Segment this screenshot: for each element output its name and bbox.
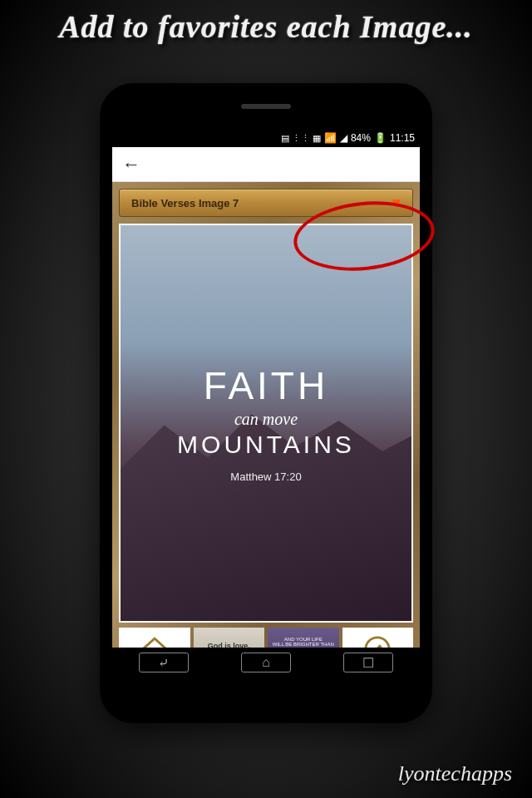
- nav-recent-button[interactable]: ☐: [343, 653, 393, 672]
- clock: 11:15: [390, 132, 415, 144]
- verse-line-mountains: MOUNTAINS: [177, 431, 355, 459]
- verse-line-canmove: can move: [177, 410, 355, 429]
- phone-frame: ▤ ⋮⋮ ▦ 📶 ◢ 84% 🔋 11:15 ← Bible Verses Im…: [100, 83, 432, 723]
- signal-icon: ◢: [340, 132, 347, 144]
- back-button[interactable]: ←: [122, 154, 140, 175]
- content-panel: Bible Verses Image 7 ♥ FAITH can move MO…: [112, 182, 420, 677]
- phone-screen: ▤ ⋮⋮ ▦ 📶 ◢ 84% 🔋 11:15 ← Bible Verses Im…: [112, 129, 420, 677]
- favorite-heart-icon[interactable]: ♥: [392, 195, 401, 212]
- main-verse-image[interactable]: FAITH can move MOUNTAINS Matthew 17:20: [121, 225, 411, 621]
- promo-title: Add to favorites each Image...: [0, 8, 532, 45]
- main-image-frame: FAITH can move MOUNTAINS Matthew 17:20: [119, 224, 413, 623]
- battery-icon: 🔋: [374, 132, 387, 144]
- nav-home-button[interactable]: ⌂: [241, 653, 291, 672]
- nav-back-button[interactable]: ⤶: [139, 653, 189, 672]
- image-title-text: Bible Verses Image 7: [131, 197, 239, 209]
- wifi-icon: 📶: [324, 132, 337, 144]
- status-icons: ▤ ⋮⋮ ▦: [281, 133, 321, 144]
- phone-speaker: [241, 104, 291, 109]
- footer-brand: lyontechapps: [398, 761, 512, 786]
- android-status-bar: ▤ ⋮⋮ ▦ 📶 ◢ 84% 🔋 11:15: [112, 129, 420, 147]
- image-title-bar: Bible Verses Image 7 ♥: [119, 189, 413, 217]
- android-nav-bar: ⤶ ⌂ ☐: [112, 648, 420, 677]
- app-header: ←: [112, 147, 420, 182]
- verse-line-faith: FAITH: [177, 363, 355, 408]
- verse-text: FAITH can move MOUNTAINS Matthew 17:20: [177, 363, 355, 483]
- battery-percent: 84%: [351, 132, 371, 144]
- verse-reference: Matthew 17:20: [177, 470, 355, 483]
